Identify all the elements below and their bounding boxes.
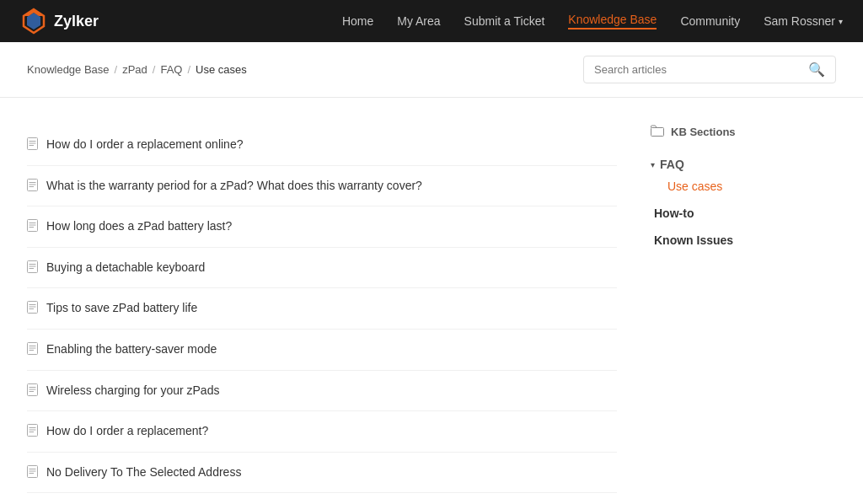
article-item[interactable]: What is the warranty period for a zPad? … [27, 166, 617, 207]
breadcrumb-sep-3: / [187, 63, 190, 76]
article-title: Wireless charging for your zPads [46, 383, 219, 399]
article-doc-icon [27, 179, 38, 194]
faq-toggle-icon: ▾ [651, 160, 655, 169]
article-item[interactable]: Tips to save zPad battery life [27, 288, 617, 330]
user-caret-icon: ▾ [839, 17, 843, 26]
breadcrumb-sep-2: / [153, 63, 156, 76]
article-doc-icon [27, 424, 38, 439]
breadcrumb-zpad[interactable]: zPad [122, 63, 147, 76]
sidebar-faq-label: FAQ [660, 158, 684, 171]
article-title: Enabling the battery-saver mode [46, 341, 217, 358]
nav-submit-ticket[interactable]: Submit a Ticket [464, 14, 545, 28]
nav-home[interactable]: Home [342, 14, 373, 28]
breadcrumb-kb[interactable]: Knowledge Base [27, 63, 110, 76]
nav-knowledge-base[interactable]: Knowledge Base [568, 13, 657, 29]
brand-logo[interactable]: Zylker [20, 8, 99, 35]
article-item[interactable]: Expedite your order [27, 493, 617, 504]
breadcrumb-faq[interactable]: FAQ [160, 63, 182, 76]
article-title: What is the warranty period for a zPad? … [46, 178, 422, 195]
article-title: How do I order a replacement? [46, 423, 208, 440]
breadcrumb-bar: Knowledge Base / zPad / FAQ / Use cases … [0, 42, 863, 98]
article-title: How long does a zPad battery last? [46, 218, 232, 235]
search-bar: 🔍 [583, 56, 836, 83]
nav-myarea[interactable]: My Area [397, 14, 440, 28]
kb-sections-title: KB Sections [671, 126, 736, 138]
svg-rect-43 [651, 128, 664, 137]
article-item[interactable]: How do I order a replacement online? [27, 125, 617, 166]
nav-user-name: Sam Rossner [764, 14, 835, 28]
article-item[interactable]: How long does a zPad battery last? [27, 206, 617, 248]
article-item[interactable]: Enabling the battery-saver mode [27, 330, 617, 371]
article-doc-icon [27, 383, 38, 399]
kb-sections-header: KB Sections [651, 125, 836, 139]
navbar: Zylker Home My Area Submit a Ticket Know… [0, 0, 863, 42]
breadcrumb: Knowledge Base / zPad / FAQ / Use cases [27, 63, 247, 76]
nav-links: Home My Area Submit a Ticket Knowledge B… [342, 13, 843, 29]
article-doc-icon [27, 260, 38, 276]
sidebar-howto[interactable]: How-to [651, 200, 836, 227]
brand-name: Zylker [54, 13, 99, 30]
article-item[interactable]: No Delivery To The Selected Address [27, 453, 617, 494]
article-item[interactable]: Wireless charging for your zPads [27, 371, 617, 412]
article-title: Tips to save zPad battery life [46, 300, 197, 317]
article-doc-icon [27, 137, 38, 153]
article-item[interactable]: Buying a detachable keyboard [27, 248, 617, 289]
breadcrumb-current: Use cases [196, 63, 247, 76]
article-title: No Delivery To The Selected Address [46, 464, 241, 481]
search-button[interactable]: 🔍 [808, 62, 825, 78]
sidebar-known-issues[interactable]: Known Issues [651, 227, 836, 254]
nav-user-menu[interactable]: Sam Rossner ▾ [764, 14, 843, 28]
sidebar-faq-group: ▾ FAQ Use cases [651, 153, 836, 196]
breadcrumb-sep-1: / [115, 63, 118, 76]
articles-section: How do I order a replacement online? Wha… [27, 125, 617, 504]
article-doc-icon [27, 342, 38, 357]
article-title: Buying a detachable keyboard [46, 260, 205, 276]
search-input[interactable] [594, 63, 801, 76]
article-item[interactable]: How do I order a replacement? [27, 411, 617, 453]
kb-sidebar: KB Sections ▾ FAQ Use cases How-to Known… [651, 125, 836, 504]
article-doc-icon [27, 219, 38, 234]
nav-community[interactable]: Community [680, 14, 740, 28]
kb-sections-icon [651, 125, 664, 139]
main-container: How do I order a replacement online? Wha… [0, 98, 863, 504]
zylker-logo-icon [20, 8, 47, 35]
article-doc-icon [27, 465, 38, 480]
article-doc-icon [27, 301, 38, 316]
sidebar-faq-toggle[interactable]: ▾ FAQ [651, 153, 836, 176]
article-title: How do I order a replacement online? [46, 137, 243, 153]
sidebar-use-cases[interactable]: Use cases [651, 176, 836, 196]
